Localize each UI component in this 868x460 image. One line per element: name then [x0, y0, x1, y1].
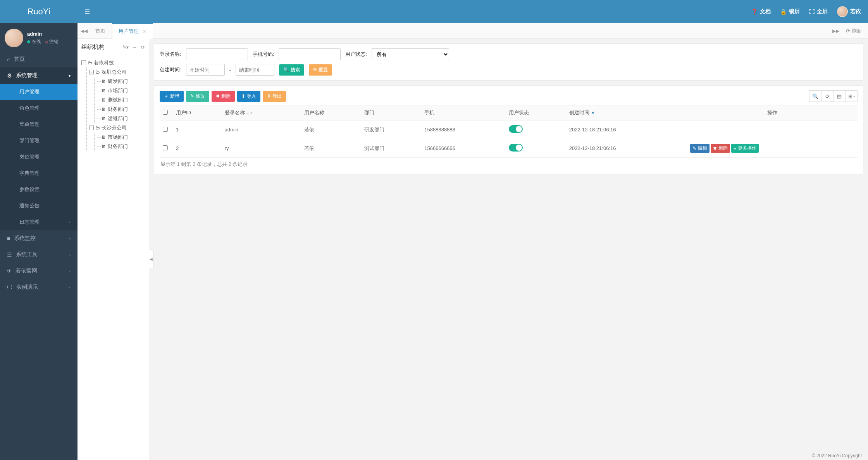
chevron-left-icon: ‹: [69, 253, 71, 257]
tree-refresh-icon[interactable]: ⟳: [141, 45, 145, 50]
cell-id: 1: [173, 121, 222, 139]
plus-icon: ＋: [164, 93, 169, 100]
tree-node-cs-finance[interactable]: 🗎财务部门: [97, 142, 145, 151]
status-label: 用户状态:: [345, 51, 367, 58]
avatar-small: [837, 6, 848, 17]
sidebar-toggle-icon[interactable]: ☰: [84, 8, 90, 16]
cell-name: 若依: [301, 139, 361, 158]
refresh-button[interactable]: ⟳ 刷新: [841, 23, 866, 39]
add-button[interactable]: ＋新增: [160, 91, 184, 102]
edit-icon: ✎: [692, 146, 696, 151]
sidebar-item-user-mgmt[interactable]: 用户管理: [0, 84, 78, 100]
table-row[interactable]: 1admin若依研发部门158888888882022-12-18 21:06:…: [160, 121, 858, 139]
status-switch[interactable]: [509, 125, 523, 133]
brand-logo: RuoYi: [0, 0, 78, 23]
tree-node-rd[interactable]: 🗎研发部门: [97, 77, 145, 86]
tree-collapse-handle[interactable]: ◀: [149, 250, 153, 269]
fullscreen-label: 全屏: [817, 8, 828, 15]
sidebar-item-log[interactable]: 日志管理 ‹: [0, 214, 78, 230]
row-checkbox[interactable]: [163, 127, 168, 132]
sidebar-item-dept-mgmt[interactable]: 部门管理: [0, 133, 78, 149]
chevron-down-icon: ▾: [69, 74, 71, 78]
logout-link[interactable]: 注销: [49, 38, 59, 45]
tab-user-mgmt[interactable]: 用户管理 ✕: [112, 23, 153, 39]
import-button[interactable]: ⬆导入: [237, 91, 260, 102]
create-time-label: 创建时间:: [160, 66, 181, 73]
camera-icon: ■: [7, 235, 10, 241]
reset-button[interactable]: ⟳ 重置: [309, 64, 332, 76]
tab-home[interactable]: 首页: [89, 24, 112, 38]
select-all-checkbox[interactable]: [163, 110, 168, 115]
phone-input[interactable]: [279, 48, 341, 60]
sidebar-item-site[interactable]: ✈ 若依官网 ‹: [0, 263, 78, 279]
tree-node-ops[interactable]: 🗎运维部门: [97, 114, 145, 123]
tree-node-cs-market[interactable]: 🗎市场部门: [97, 133, 145, 142]
sidebar-item-demo[interactable]: 🖵 实例演示 ‹: [0, 279, 78, 295]
close-icon[interactable]: ✕: [143, 29, 146, 34]
export-button[interactable]: ⬇导出: [263, 91, 286, 102]
row-more-button[interactable]: »更多操作: [731, 144, 759, 153]
end-time-input[interactable]: [236, 64, 274, 76]
cell-login: admin: [222, 121, 301, 139]
sidebar-item-param[interactable]: 参数设置: [0, 181, 78, 198]
row-checkbox[interactable]: [163, 145, 168, 150]
sidebar-item-monitor[interactable]: ■ 系统监控 ‹: [0, 230, 78, 246]
file-icon: 🗎: [102, 144, 106, 149]
sidebar-item-home[interactable]: ⌂ 首页: [0, 51, 78, 67]
tree-collapse-icon[interactable]: ↔: [133, 45, 137, 50]
org-tree: − 🗁 若依科技 − 🗁 深圳总公司 🗎研发部门 🗎市场部门: [81, 58, 145, 151]
login-name-input[interactable]: [186, 48, 248, 60]
status-select[interactable]: 所有: [372, 48, 449, 60]
sidebar-item-menu-mgmt[interactable]: 菜单管理: [0, 116, 78, 133]
sort-desc-icon[interactable]: ▼: [591, 110, 595, 115]
sort-icon[interactable]: ▲▼: [246, 112, 253, 115]
sidebar-user-status: 在线 ⎋ 注销: [27, 38, 59, 45]
table-refresh-icon[interactable]: ⟳: [821, 90, 834, 102]
tree-toggle-icon[interactable]: −: [89, 126, 94, 130]
row-delete-button[interactable]: ✖删除: [711, 144, 730, 153]
table-row[interactable]: 2ry若依测试部门156666666662022-12-18 21:06:16✎…: [160, 139, 858, 158]
table-grid-icon[interactable]: ⊞▾: [845, 90, 858, 102]
logout-icon[interactable]: ⎋: [45, 39, 48, 45]
tree-node-finance[interactable]: 🗎财务部门: [97, 105, 145, 114]
refresh-icon: ⟳: [846, 28, 850, 34]
delete-button[interactable]: ✖删除: [212, 91, 235, 102]
sidebar-item-role-mgmt[interactable]: 角色管理: [0, 100, 78, 116]
sidebar-item-post-mgmt[interactable]: 岗位管理: [0, 149, 78, 165]
tree-toggle-icon[interactable]: −: [81, 60, 86, 65]
send-icon: ✈: [7, 268, 12, 274]
sidebar-item-tools[interactable]: ☰ 系统工具 ‹: [0, 246, 78, 263]
row-edit-button[interactable]: ✎编辑: [690, 144, 710, 153]
tabs-next-button[interactable]: ▶▶: [831, 23, 841, 39]
user-table: 用户ID 登录名称▲▼ 用户名称 部门 手机 用户状态 创建时间▼ 操作 1ad…: [160, 105, 858, 158]
sidebar-item-notice[interactable]: 通知公告: [0, 198, 78, 214]
cell-dept: 研发部门: [361, 121, 421, 139]
table-search-icon[interactable]: 🔍: [809, 90, 822, 102]
user-menu[interactable]: 若依: [837, 6, 861, 17]
search-button[interactable]: 🔍 搜索: [279, 64, 304, 76]
org-tree-panel: 组织机构 ✎▾ ↔ ⟳ − 🗁 若依科技 −: [78, 39, 149, 460]
fullscreen-link[interactable]: ⛶ 全屏: [809, 8, 828, 15]
chevron-left-icon: ‹: [69, 285, 71, 289]
tabs-prev-button[interactable]: ◀◀: [79, 23, 89, 39]
table-columns-icon[interactable]: ▤: [833, 90, 846, 102]
tree-node-changsha[interactable]: − 🗁 长沙分公司: [89, 123, 145, 133]
start-time-input[interactable]: [186, 64, 225, 76]
tree-toggle-icon[interactable]: −: [89, 70, 94, 74]
lock-link[interactable]: 🔒 锁屏: [780, 8, 800, 15]
status-switch[interactable]: [509, 144, 523, 152]
col-actions: 操作: [687, 105, 858, 121]
sidebar-item-system[interactable]: ⚙ 系统管理 ▾: [0, 67, 78, 84]
tree-node-market[interactable]: 🗎市场部门: [97, 86, 145, 95]
avatar-large: [5, 29, 23, 47]
docs-link[interactable]: ❓ 文档: [751, 8, 771, 15]
tree-edit-icon[interactable]: ✎▾: [122, 45, 129, 50]
tree-title: 组织机构: [81, 43, 105, 51]
tree-node-root[interactable]: − 🗁 若依科技: [81, 58, 145, 67]
edit-button[interactable]: ✎修改: [186, 91, 209, 102]
tree-node-test[interactable]: 🗎测试部门: [97, 95, 145, 105]
col-phone: 手机: [421, 105, 506, 121]
tree-node-shenzhen[interactable]: − 🗁 深圳总公司: [89, 67, 145, 77]
sidebar-item-dict-mgmt[interactable]: 字典管理: [0, 165, 78, 181]
user-display-name: 若依: [850, 8, 861, 15]
